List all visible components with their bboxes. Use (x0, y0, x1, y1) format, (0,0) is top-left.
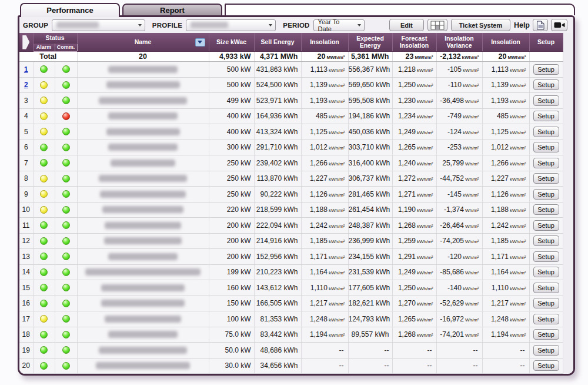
help-video-button[interactable] (551, 19, 567, 31)
setup-cell: Setup (529, 155, 563, 171)
forecast-insolation-cell-value: -- (427, 361, 432, 370)
tab-performance[interactable]: Performance (20, 3, 120, 17)
site-name-cell (77, 202, 209, 218)
setup-button[interactable]: Setup (533, 111, 559, 121)
insolation-cell: -- (301, 343, 348, 359)
forecast-insolation-cell-value: 1,268 (398, 330, 416, 338)
insolation2-cell: 1,012kWh/m² (482, 140, 529, 155)
setup-button[interactable]: Setup (533, 267, 559, 277)
expected-energy-cell: 234,155 kWh (348, 249, 392, 265)
row-number-cell: 7 (19, 155, 33, 171)
edit-button[interactable]: Edit (389, 19, 424, 31)
insolation-cell-unit: kWh/m² (329, 161, 345, 167)
comm-status-cell (55, 124, 77, 140)
row-number-cell: 13 (19, 249, 33, 265)
setup-cell: Setup (529, 171, 563, 187)
expected-energy-cell: 182,621 kWh (348, 296, 392, 311)
site-name-cell (77, 108, 209, 124)
insolation-cell-value: 1,188 (310, 205, 328, 214)
setup-button[interactable]: Setup (533, 127, 559, 137)
insolation-cell-unit: kWh/m² (329, 286, 345, 291)
comm-status-cell (55, 264, 77, 280)
forecast-insolation-cell-unit: kWh/m² (417, 177, 433, 182)
sell-energy-cell: 164,936 kWh (254, 108, 301, 124)
setup-button[interactable]: Setup (533, 345, 559, 356)
setup-button[interactable]: Setup (533, 64, 559, 75)
alarm-led-green (40, 268, 48, 276)
setup-cell: Setup (529, 108, 563, 124)
comm-status-cell (55, 62, 77, 78)
setup-button[interactable]: Setup (533, 298, 559, 308)
alarm-status-cell (33, 264, 55, 280)
row-number: 17 (22, 315, 30, 323)
setup-button[interactable]: Setup (533, 251, 559, 262)
site-name-redacted (105, 222, 181, 229)
setup-button[interactable]: Setup (533, 314, 559, 324)
insolation-variance-cell-unit: Wh/m² (465, 270, 479, 276)
insolation2-cell-value: -- (520, 361, 525, 370)
insolation2-cell: -- (482, 343, 529, 359)
table-row: 13200 kW152,956 kWh1,171kWh/m²234,155 kW… (19, 249, 563, 265)
name-header-label: Name (135, 39, 152, 46)
forecast-insolation-cell: -- (392, 358, 436, 374)
setup-button[interactable]: Setup (533, 329, 559, 340)
forecast-insolation-cell-value: 1,270 (398, 299, 416, 307)
forecast-insolation-cell-value: 1,249 (398, 268, 416, 276)
expected-energy-cell: 450,036 kWh (348, 124, 392, 140)
site-name-cell (77, 62, 209, 78)
insolation-variance-cell-unit: Wh/m² (465, 224, 479, 229)
insolation-variance-cell-unit: kWh/m² (463, 145, 479, 151)
alarm-led-green (40, 346, 48, 354)
setup-button[interactable]: Setup (533, 235, 559, 246)
row-number: 19 (22, 346, 30, 354)
tab-bar: Performance Report (18, 2, 575, 15)
insolation-variance-cell: -749kWh/m² (436, 108, 482, 124)
period-value: Year To Date (318, 18, 354, 32)
site-name-cell (77, 327, 209, 343)
forecast-insolation-cell-value: 1,271 (398, 190, 416, 198)
setup-button[interactable]: Setup (533, 204, 559, 215)
setup-button[interactable]: Setup (533, 142, 559, 152)
insolation2-cell-unit: kWh/m² (510, 192, 526, 198)
setup-button[interactable]: Setup (533, 283, 559, 293)
row-number-link[interactable]: 2 (24, 81, 28, 89)
alarm-led-yellow (40, 81, 48, 89)
name-sort-button[interactable] (195, 38, 205, 47)
comm-led-green (62, 284, 70, 291)
setup-cell: Setup (529, 327, 563, 343)
setup-button[interactable]: Setup (533, 360, 559, 371)
setup-cell: Setup (529, 62, 563, 78)
forecast-insolation-cell-unit: kWh/m² (417, 145, 433, 151)
alarm-led-green (40, 362, 48, 370)
table-row: 3499 kW523,971 kWh1,193kWh/m²595,508 kWh… (19, 93, 563, 109)
sell-energy-cell: 431,863 kWh (254, 62, 301, 78)
ticket-system-button[interactable]: Ticket System (451, 19, 510, 31)
period-select[interactable]: Year To Date (313, 19, 365, 31)
setup-button[interactable]: Setup (533, 189, 559, 200)
insolation2-cell-unit: kWh/m² (510, 177, 526, 182)
insolation-cell: 1,242kWh/m² (301, 218, 348, 234)
tab-report[interactable]: Report (122, 4, 222, 15)
video-camera-icon (554, 21, 565, 29)
alarm-led-green (40, 237, 48, 245)
comm-led-red (62, 112, 70, 120)
group-select[interactable] (52, 19, 145, 31)
setup-button[interactable]: Setup (533, 79, 559, 90)
insolation-variance-cell-unit: Wh/m² (465, 317, 479, 323)
row-number-link[interactable]: 1 (24, 65, 28, 74)
setup-button[interactable]: Setup (533, 95, 559, 106)
table-row: 16150 kW166,505 kWh1,217kWh/m²182,621 kW… (19, 296, 563, 311)
insolation2-cell: 485kWh/m² (482, 108, 529, 124)
forecast-insolation-cell-value: 1,218 (398, 65, 416, 74)
size-header: Size kWac (209, 33, 254, 52)
grid-view-button[interactable] (427, 19, 447, 31)
help-document-button[interactable] (533, 19, 548, 31)
profile-select[interactable] (186, 19, 276, 31)
total-sell: 4,371 MWh (254, 52, 301, 62)
setup-button[interactable]: Setup (533, 158, 559, 168)
forecast-insolation-cell: 1,249kWh/m² (392, 124, 436, 140)
setup-button[interactable]: Setup (533, 173, 559, 184)
insolation-variance-cell-unit: Wh/m² (465, 301, 479, 307)
collapse-arrow-header[interactable] (19, 33, 33, 52)
setup-button[interactable]: Setup (533, 220, 559, 231)
